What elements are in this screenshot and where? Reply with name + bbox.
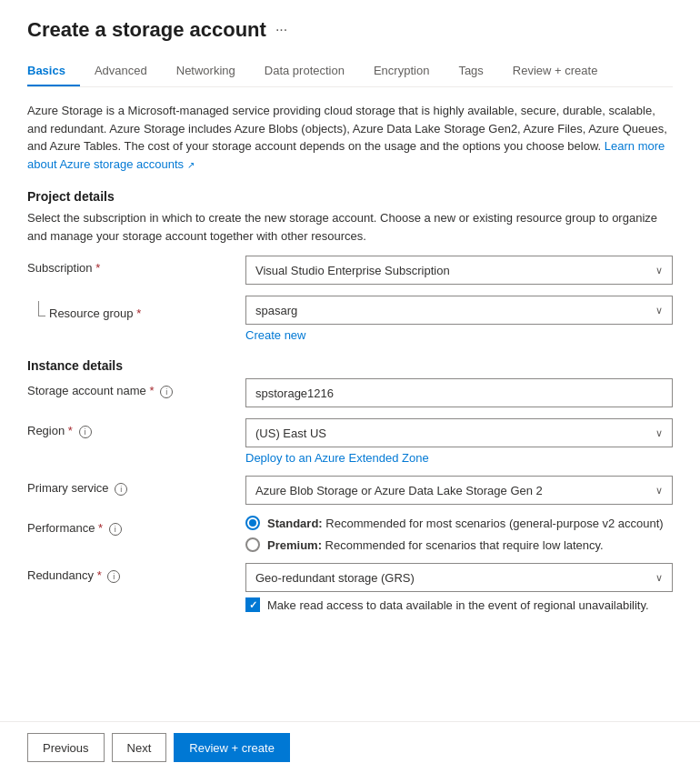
tab-tags[interactable]: Tags: [444, 56, 497, 86]
tab-encryption[interactable]: Encryption: [359, 56, 444, 86]
read-access-checkbox[interactable]: ✓: [245, 597, 260, 612]
checkbox-checkmark: ✓: [249, 599, 257, 611]
instance-details-header: Instance details: [27, 358, 673, 373]
primary-service-row: Primary service i Azure Blob Storage or …: [27, 476, 673, 505]
redundancy-row: Redundancy * i Geo-redundant storage (GR…: [27, 563, 673, 612]
primary-service-label: Primary service: [27, 481, 109, 495]
read-access-label: Make read access to data available in th…: [267, 598, 649, 612]
next-button[interactable]: Next: [112, 733, 167, 762]
more-options-icon[interactable]: ···: [275, 22, 287, 38]
external-link-icon: ↗: [187, 160, 195, 170]
create-new-link[interactable]: Create new: [245, 328, 673, 342]
performance-label: Performance: [27, 521, 95, 535]
tab-advanced[interactable]: Advanced: [80, 56, 162, 86]
performance-radio-group: Standard: Recommended for most scenarios…: [245, 516, 673, 552]
primary-service-info-icon[interactable]: i: [115, 483, 127, 496]
region-row: Region * i (US) East US ∨ Deploy to an A…: [27, 418, 673, 465]
read-access-checkbox-row[interactable]: ✓ Make read access to data available in …: [245, 597, 673, 612]
resource-group-dropdown[interactable]: spasarg ∨: [245, 296, 673, 325]
primary-service-dropdown-arrow: ∨: [655, 485, 663, 497]
subscription-required: *: [95, 261, 100, 275]
tab-networking[interactable]: Networking: [162, 56, 250, 86]
resource-group-row: Resource group * spasarg ∨ Create new: [27, 296, 673, 342]
storage-account-name-label: Storage account name: [27, 384, 146, 397]
primary-service-dropdown[interactable]: Azure Blob Storage or Azure Data Lake St…: [245, 476, 673, 505]
performance-standard-option[interactable]: Standard: Recommended for most scenarios…: [245, 516, 673, 530]
performance-standard-radio[interactable]: [245, 516, 260, 530]
subscription-label: Subscription: [27, 261, 93, 275]
subscription-row: Subscription * Visual Studio Enterprise …: [27, 256, 673, 285]
performance-standard-dot: [249, 519, 256, 527]
region-label: Region: [27, 424, 65, 437]
tab-review-create[interactable]: Review + create: [498, 56, 613, 86]
page-title: Create a storage account: [27, 18, 266, 42]
tabs-navigation: Basics Advanced Networking Data protecti…: [27, 56, 673, 87]
review-create-button[interactable]: Review + create: [174, 733, 290, 762]
bottom-action-bar: Previous Next Review + create: [0, 721, 700, 773]
region-dropdown[interactable]: (US) East US ∨: [245, 418, 673, 447]
resource-group-label: Resource group: [49, 306, 134, 320]
redundancy-dropdown[interactable]: Geo-redundant storage (GRS) ∨: [245, 563, 673, 592]
redundancy-label: Redundancy: [27, 568, 94, 582]
storage-account-name-input[interactable]: [245, 378, 673, 407]
project-details-description: Select the subscription in which to crea…: [27, 209, 673, 245]
performance-premium-label: Premium: Recommended for scenarios that …: [267, 538, 604, 552]
redundancy-info-icon[interactable]: i: [107, 570, 120, 583]
redundancy-dropdown-arrow: ∨: [655, 572, 663, 584]
previous-button[interactable]: Previous: [27, 733, 105, 762]
page-description: Azure Storage is a Microsoft-managed ser…: [27, 102, 673, 173]
region-dropdown-arrow: ∨: [655, 427, 663, 439]
tab-data-protection[interactable]: Data protection: [250, 56, 359, 86]
tab-basics[interactable]: Basics: [27, 56, 80, 86]
performance-info-icon[interactable]: i: [109, 523, 122, 536]
performance-standard-label: Standard: Recommended for most scenarios…: [267, 517, 664, 530]
performance-premium-radio[interactable]: [245, 537, 260, 552]
resource-group-dropdown-arrow: ∨: [655, 305, 663, 316]
storage-account-name-row: Storage account name * i: [27, 378, 673, 407]
storage-name-info-icon[interactable]: i: [160, 386, 173, 398]
performance-row: Performance * i Standard: Recommended fo…: [27, 516, 673, 552]
performance-premium-option[interactable]: Premium: Recommended for scenarios that …: [245, 537, 673, 552]
region-info-icon[interactable]: i: [79, 426, 92, 438]
subscription-dropdown[interactable]: Visual Studio Enterprise Subscription ∨: [245, 256, 673, 285]
project-details-header: Project details: [27, 189, 673, 204]
deploy-link[interactable]: Deploy to an Azure Extended Zone: [245, 451, 673, 465]
subscription-dropdown-arrow: ∨: [655, 265, 663, 276]
